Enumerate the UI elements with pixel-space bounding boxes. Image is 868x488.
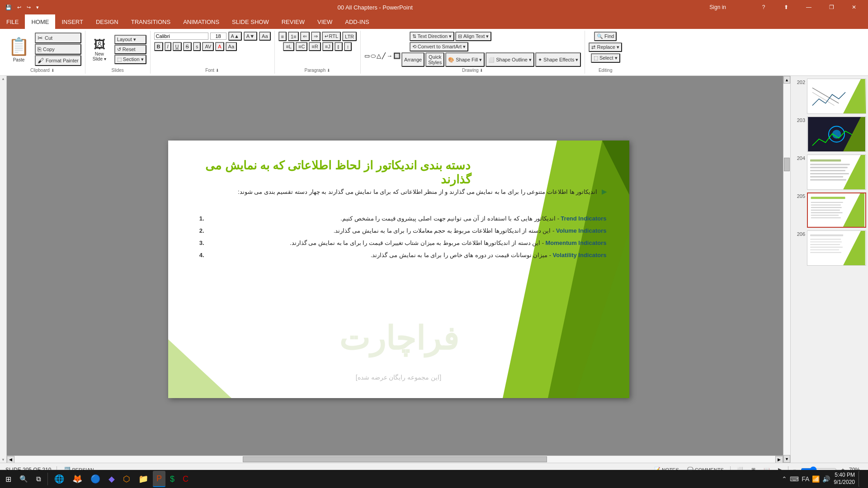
bold-button[interactable]: B [154,42,163,51]
align-center-button[interactable]: ≡C [296,42,307,51]
tab-transitions[interactable]: TRANSITIONS [125,14,177,29]
paste-button[interactable]: 📋Paste [4,35,34,64]
undo-button[interactable]: ↩ [15,4,23,11]
shape-effects-button[interactable]: ✦ Shape Effects ▾ [535,52,581,67]
tab-design[interactable]: DESIGN [90,14,125,29]
tab-home[interactable]: HOME [25,14,55,29]
tray-network[interactable]: 📶 [812,475,820,483]
tab-view[interactable]: VIEW [311,14,339,29]
tab-animations[interactable]: ANIMATIONS [177,14,226,29]
ie-button[interactable]: 🌐 [51,471,68,487]
help-button[interactable]: ? [753,0,774,14]
scroll-up-arrow[interactable]: ▲ [783,76,790,84]
thumbnail-item-204[interactable]: 204 [793,155,866,190]
replace-button[interactable]: ⇄ Replace ▾ [589,42,622,52]
tab-review[interactable]: REVIEW [275,14,311,29]
powerpoint-taskbar-button[interactable]: P [153,471,165,487]
shape-line-icon[interactable]: ╱ [382,52,386,67]
cut-button[interactable]: ✂Cut [35,33,81,43]
ribbon-toggle-button[interactable]: ⬆ [776,0,797,14]
tray-volume[interactable]: 🔊 [822,475,830,483]
task-view-button[interactable]: ⧉ [33,471,45,487]
scroll-track[interactable] [783,84,790,455]
shadow-button[interactable]: s [193,42,201,51]
explorer-button[interactable]: 📁 [135,471,152,487]
h-scroll-track[interactable] [14,456,775,463]
app2-button[interactable]: ⬡ [119,471,134,487]
vertical-scrollbar[interactable]: ▲ ▼ [783,76,790,463]
increase-font-button[interactable]: A▲ [228,32,242,41]
reset-button[interactable]: ↺ Reset [114,45,146,54]
align-text-button[interactable]: ⊟ Align Text ▾ [455,32,491,41]
thumb-img-206[interactable] [807,230,866,266]
thumbnail-item-203[interactable]: 203 [793,117,866,152]
tab-insert[interactable]: INSERT [55,14,89,29]
thumbnail-item-206[interactable]: 206 [793,230,866,266]
section-button[interactable]: ⬚ Section ▾ [114,55,146,64]
thumbnail-item-205[interactable]: 205 [793,192,866,228]
tray-arrow[interactable]: ⌃ [782,475,787,483]
horizontal-scrollbar[interactable]: ◀ ▶ [7,455,783,463]
slide-editing-area[interactable]: دسته بندی اندیکاتور از لحاظ اطلاعاتی که … [7,76,790,463]
shape-fill-button[interactable]: 🎨 Shape Fill ▾ [445,52,485,67]
char-spacing-button[interactable]: AV [202,42,214,51]
select-button[interactable]: ⬚ Select ▾ [591,53,620,63]
tray-lang[interactable]: FA [802,475,809,483]
start-button[interactable]: ⊞ [2,471,15,487]
columns-button[interactable]: ⫿ [335,42,343,51]
clear-format-button[interactable]: Aa [259,32,270,41]
new-slide-button[interactable]: 🖼NewSlide ▾ [89,36,110,63]
font-size-large[interactable]: Aa [226,42,237,51]
decrease-indent-button[interactable]: ⇐ [300,32,310,41]
arrange-button[interactable]: 🔲 [393,52,401,67]
bullets-button[interactable]: ≡ [278,32,287,41]
scroll-left-arrow[interactable]: ◀ [7,456,14,463]
shape-circle-icon[interactable]: ⬭ [371,52,376,67]
align-left-button[interactable]: ≡L [283,42,294,51]
shape-arrow-icon[interactable]: → [387,52,392,67]
restore-button[interactable]: ❐ [821,0,842,14]
align-right-button[interactable]: ≡R [309,42,321,51]
line-spacing-button[interactable]: ↕ [344,42,352,51]
tab-file[interactable]: FILE [0,14,25,29]
font-size-input[interactable] [210,33,226,40]
find-button[interactable]: 🔍 Find [594,32,617,41]
search-button[interactable]: 🔍 [16,471,32,487]
shape-rect-icon[interactable]: ▭ [364,52,370,67]
clock[interactable]: 5:40 PM 9/1/2020 [834,472,855,486]
app4-button[interactable]: C [179,471,192,487]
sign-in-button[interactable]: Sign in [709,4,726,10]
rtl-button[interactable]: ↵RTL [322,32,341,41]
thumb-img-202[interactable] [807,79,866,114]
shape-outline-button[interactable]: ⬜ Shape Outline ▾ [486,52,534,67]
numbering-button[interactable]: 1≡ [288,32,299,41]
italic-button[interactable]: I [165,42,171,51]
show-desktop-button[interactable] [859,471,866,487]
tab-slideshow[interactable]: SLIDE SHOW [226,14,275,29]
decrease-font-button[interactable]: A▼ [244,32,257,41]
save-button[interactable]: 💾 [4,4,14,11]
justify-button[interactable]: ≡J [322,42,333,51]
font-name-input[interactable] [154,33,208,40]
thumb-img-204[interactable] [807,155,866,190]
thumbnail-item-202[interactable]: 202 [793,79,866,114]
strikethrough-button[interactable]: S [183,42,192,51]
text-direction-button[interactable]: ⇅ Text Direction ▾ [410,32,455,41]
h-scroll-thumb[interactable] [243,456,547,462]
ltr-button[interactable]: LTR [342,32,357,41]
scroll-down-arrow[interactable]: ▼ [783,455,790,463]
redo-button[interactable]: ↪ [25,4,33,11]
minimize-button[interactable]: — [798,0,819,14]
app3-button[interactable]: $ [166,471,178,487]
thumb-img-205[interactable] [807,192,866,228]
font-color-button[interactable]: A [215,42,224,51]
scroll-right-arrow[interactable]: ▶ [775,456,783,463]
close-button[interactable]: ✕ [844,0,864,14]
convert-smartart-button[interactable]: ⟲ Convert to SmartArt ▾ [410,42,468,52]
format-painter-button[interactable]: 🖌Format Painter [35,55,81,66]
customize-qa-button[interactable]: ▾ [34,4,41,11]
firefox-button[interactable]: 🦊 [69,471,86,487]
shape-triangle-icon[interactable]: △ [377,52,381,67]
underline-button[interactable]: U [173,42,182,51]
app1-button[interactable]: ◆ [105,471,118,487]
